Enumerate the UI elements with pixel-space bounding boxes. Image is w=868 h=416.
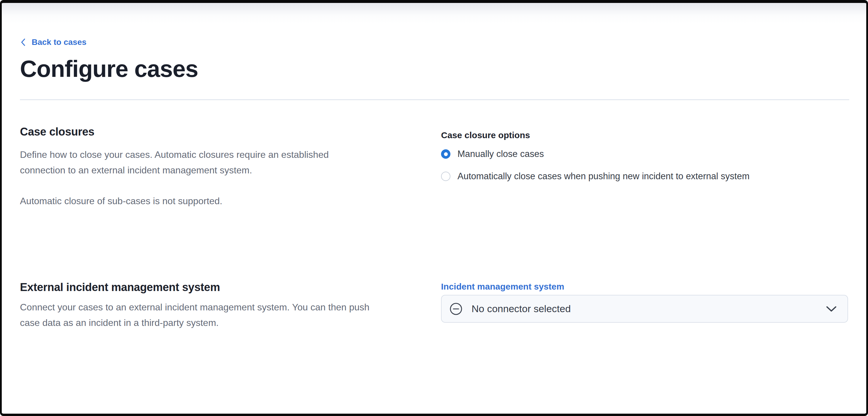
case-closure-options-label: Case closure options bbox=[441, 130, 849, 141]
case-closure-options-radio-group: Manually close cases Automatically close… bbox=[441, 148, 849, 183]
header-divider bbox=[20, 99, 849, 100]
chevron-down-icon[interactable] bbox=[826, 305, 837, 313]
external-system-heading: External incident management system bbox=[20, 280, 424, 294]
back-to-cases-label: Back to cases bbox=[32, 37, 87, 48]
connector-select-value: No connector selected bbox=[471, 303, 826, 315]
radio-button-unselected-icon[interactable] bbox=[441, 172, 451, 181]
minus-in-circle-icon bbox=[450, 303, 462, 315]
configure-cases-page: Back to cases Configure cases Case closu… bbox=[2, 3, 866, 331]
radio-button-selected-icon[interactable] bbox=[441, 149, 451, 159]
radio-automatically-close-cases[interactable]: Automatically close cases when pushing n… bbox=[441, 170, 849, 183]
case-closures-section: Case closures Define how to close your c… bbox=[20, 125, 849, 256]
back-to-cases-link[interactable]: Back to cases bbox=[20, 37, 87, 48]
case-closures-description-2: Automatic closure of sub-cases is not su… bbox=[20, 193, 424, 209]
screenshot-frame: Back to cases Configure cases Case closu… bbox=[0, 0, 868, 416]
incident-management-system-select[interactable]: No connector selected bbox=[441, 295, 848, 323]
external-system-description-column: External incident management system Conn… bbox=[20, 280, 424, 331]
case-closures-description-1: Define how to close your cases. Automati… bbox=[20, 147, 424, 178]
case-closures-heading: Case closures bbox=[20, 125, 424, 139]
incident-management-system-label: Incident management system bbox=[441, 281, 849, 292]
external-system-form-column: Incident management system No connector … bbox=[441, 280, 849, 331]
radio-label: Manually close cases bbox=[458, 148, 544, 160]
radio-label: Automatically close cases when pushing n… bbox=[458, 171, 749, 182]
external-system-section: External incident management system Conn… bbox=[20, 280, 849, 331]
chevron-left-icon bbox=[20, 38, 26, 47]
page-title: Configure cases bbox=[20, 55, 849, 83]
case-closures-description-column: Case closures Define how to close your c… bbox=[20, 125, 424, 256]
radio-manually-close-cases[interactable]: Manually close cases bbox=[441, 148, 849, 160]
case-closures-form-column: Case closure options Manually close case… bbox=[441, 125, 849, 256]
external-system-description: Connect your cases to an external incide… bbox=[20, 300, 424, 331]
